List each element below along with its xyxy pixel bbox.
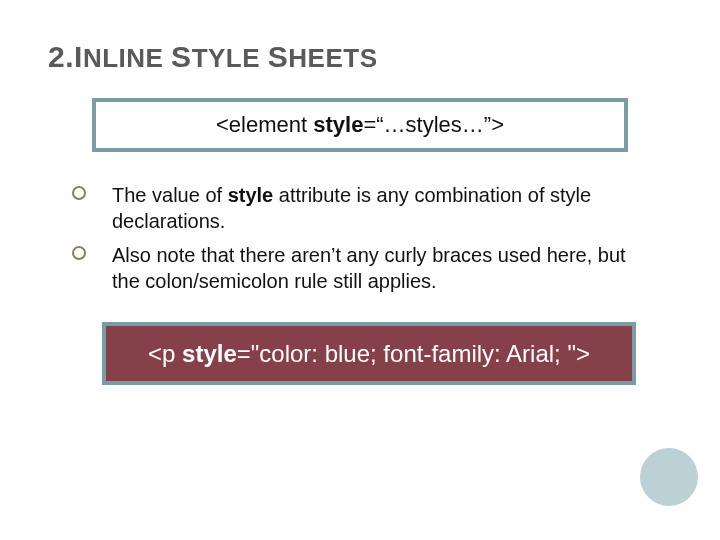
example-value: ="color: blue; font-family: Arial; "> xyxy=(237,340,590,367)
decorative-circle-icon xyxy=(640,448,698,506)
syntax-box: <element style=“…styles…”> xyxy=(92,98,628,152)
bullet-icon xyxy=(72,186,86,200)
syntax-suffix: =“…styles…”> xyxy=(363,112,504,137)
bullet-list: The value of style attribute is any comb… xyxy=(72,182,672,294)
list-item: Also note that there aren’t any curly br… xyxy=(72,242,672,294)
example-box: <p style="color: blue; font-family: Aria… xyxy=(102,322,636,385)
syntax-prefix: <element xyxy=(216,112,313,137)
bullet-text: Also note that there aren’t any curly br… xyxy=(112,242,652,294)
slide-title: 2.INLINE STYLE SHEETS xyxy=(48,40,672,74)
bullet-text: The value of style attribute is any comb… xyxy=(112,182,652,234)
example-attr: style xyxy=(182,340,237,367)
bullet-icon xyxy=(72,246,86,260)
syntax-attr: style xyxy=(313,112,363,137)
list-item: The value of style attribute is any comb… xyxy=(72,182,672,234)
example-prefix: <p xyxy=(148,340,182,367)
